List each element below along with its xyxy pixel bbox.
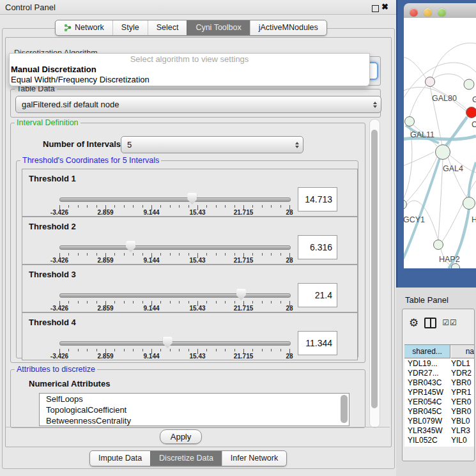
minimize-traffic-light-icon[interactable] bbox=[424, 8, 432, 17]
tick-label: 15.43 bbox=[189, 257, 205, 264]
tab-discretize-data[interactable]: Discretize Data bbox=[150, 451, 222, 466]
tick-mark bbox=[68, 349, 69, 351]
network-node[interactable] bbox=[466, 107, 476, 118]
network-node[interactable] bbox=[436, 145, 450, 160]
threshold-label: Threshold 4 bbox=[29, 318, 76, 327]
network-node[interactable] bbox=[426, 77, 435, 87]
numerical-attributes-list[interactable]: SelfLoopsTopologicalCoefficientBetweenne… bbox=[39, 393, 349, 426]
bottom-tab-bar: Impute DataDiscretize DataInfer Network bbox=[89, 450, 287, 466]
node-table[interactable]: shared... na YDL19...YDL1YDR27...YDR2YBR… bbox=[404, 344, 474, 447]
network-node[interactable] bbox=[463, 197, 475, 210]
slider-thumb[interactable] bbox=[236, 289, 246, 300]
network-edge bbox=[432, 43, 476, 78]
attribute-item[interactable]: BetweennessCentrality bbox=[40, 415, 349, 426]
column-header-shared-name[interactable]: shared... bbox=[404, 345, 450, 358]
algorithm-option-1[interactable]: Equal Width/Frequency Discretization bbox=[10, 75, 369, 85]
slider-thumb[interactable] bbox=[126, 241, 135, 252]
threshold-value-field[interactable]: 11.344 bbox=[298, 331, 337, 355]
algorithm-option-0[interactable]: Manual Discretization bbox=[10, 65, 369, 75]
checkbox-icons[interactable]: ☑☑ bbox=[442, 319, 457, 326]
list-scrollbar[interactable] bbox=[341, 395, 348, 423]
table-row[interactable]: YBR045CYBR0 bbox=[404, 407, 474, 417]
node-label: GAL4 bbox=[443, 164, 463, 173]
table-row[interactable]: YLR345WYLR3 bbox=[404, 426, 474, 436]
attribute-item[interactable]: SelfLoops bbox=[40, 394, 349, 404]
slider-thumb[interactable] bbox=[187, 193, 197, 204]
tick-mark bbox=[142, 301, 143, 303]
number-of-intervals-combo[interactable]: 5 bbox=[121, 136, 303, 153]
apply-button[interactable]: Apply bbox=[160, 429, 202, 444]
close-traffic-light-icon[interactable] bbox=[410, 8, 418, 17]
float-window-icon[interactable] bbox=[372, 5, 379, 12]
table-row[interactable]: YIL052CYIL0 bbox=[404, 436, 474, 445]
column-header-name[interactable]: na bbox=[451, 345, 474, 358]
algorithm-combo-focused[interactable] bbox=[369, 62, 378, 80]
network-node[interactable] bbox=[464, 79, 474, 89]
network-window-titlebar[interactable] bbox=[404, 3, 476, 19]
cell-name: YBR0 bbox=[451, 407, 474, 417]
table-data-group: Table Data galFiltered.sif default node bbox=[10, 89, 381, 118]
tab-label: Cyni Toolbox bbox=[196, 21, 241, 35]
tick-mark bbox=[78, 205, 79, 208]
network-node[interactable] bbox=[434, 240, 443, 250]
table-row[interactable]: YBR043CYBR0 bbox=[404, 378, 474, 388]
network-node[interactable] bbox=[405, 117, 415, 127]
tab-select[interactable]: Select bbox=[148, 20, 187, 35]
tick-label: 15.43 bbox=[189, 209, 205, 216]
threshold-value-field[interactable]: 14.713 bbox=[298, 187, 337, 211]
tick-label: -3.426 bbox=[50, 353, 68, 360]
close-icon[interactable]: ✖ bbox=[381, 2, 388, 12]
tab-cyni-toolbox[interactable]: Cyni Toolbox bbox=[187, 20, 249, 35]
tick-label: 21.715 bbox=[234, 209, 254, 216]
tab-impute-data[interactable]: Impute Data bbox=[90, 451, 150, 466]
slider-track[interactable] bbox=[59, 197, 291, 202]
combo-stepper-icon bbox=[295, 142, 299, 148]
slider-track[interactable] bbox=[59, 341, 291, 346]
tick-mark bbox=[114, 205, 115, 208]
interval-definition-group: Interval Definition Number of Intervals … bbox=[10, 123, 365, 363]
tab-jactivemnodules[interactable]: jActiveMNodules bbox=[250, 20, 326, 35]
network-canvas[interactable]: GAL80GACGAL11GAL4GCY1HHAP2 bbox=[404, 18, 476, 268]
threshold-value-field[interactable]: 21.4 bbox=[298, 283, 337, 307]
top-tab-bar: NetworkStyleSelectCyni ToolboxjActiveMNo… bbox=[55, 20, 327, 36]
threshold-value-field[interactable]: 6.316 bbox=[298, 235, 337, 259]
table-row[interactable]: YDL19...YDL1 bbox=[404, 359, 474, 369]
table-data-combo[interactable]: galFiltered.sif default node bbox=[15, 96, 381, 113]
tick-mark bbox=[280, 349, 281, 351]
tick-mark bbox=[87, 253, 88, 256]
tick-mark bbox=[142, 253, 143, 256]
columns-icon[interactable] bbox=[424, 318, 436, 328]
tick-mark bbox=[170, 205, 171, 208]
tick-mark bbox=[133, 253, 134, 256]
slider-thumb[interactable] bbox=[163, 337, 173, 348]
panel-scrollbar-track[interactable] bbox=[369, 119, 380, 428]
tick-mark bbox=[133, 349, 134, 351]
network-edge bbox=[448, 157, 468, 199]
panel-scrollbar-thumb[interactable] bbox=[371, 130, 378, 408]
number-of-intervals-value: 5 bbox=[127, 140, 132, 150]
network-graph: GAL80GACGAL11GAL4GCY1HHAP2 bbox=[404, 18, 476, 268]
gear-icon[interactable]: ⚙ bbox=[409, 318, 418, 328]
tick-mark bbox=[68, 301, 69, 303]
zoom-traffic-light-icon[interactable] bbox=[438, 8, 446, 17]
network-edge bbox=[410, 85, 426, 117]
table-row[interactable]: YPR145WYPR1 bbox=[404, 388, 474, 397]
tab-network[interactable]: Network bbox=[56, 20, 112, 35]
slider-track[interactable] bbox=[59, 245, 291, 250]
tick-label: 9.144 bbox=[143, 209, 159, 216]
table-row[interactable]: YDR27...YDR2 bbox=[404, 369, 474, 378]
tick-label: 9.144 bbox=[143, 257, 159, 264]
network-edge bbox=[404, 58, 427, 80]
slider-track[interactable] bbox=[59, 293, 291, 298]
table-row[interactable]: YER054CYER0 bbox=[404, 397, 474, 407]
tick-mark bbox=[179, 205, 180, 208]
tick-mark bbox=[252, 253, 253, 256]
threshold-label: Threshold 1 bbox=[29, 174, 76, 183]
tab-style[interactable]: Style bbox=[112, 20, 148, 35]
network-node[interactable] bbox=[404, 200, 407, 210]
table-row[interactable]: YBL079WYBL0 bbox=[404, 417, 474, 426]
attribute-item[interactable]: TopologicalCoefficient bbox=[40, 404, 349, 415]
tab-infer-network[interactable]: Infer Network bbox=[222, 451, 286, 466]
tick-mark bbox=[78, 301, 79, 303]
cell-name: YPR1 bbox=[451, 388, 474, 397]
